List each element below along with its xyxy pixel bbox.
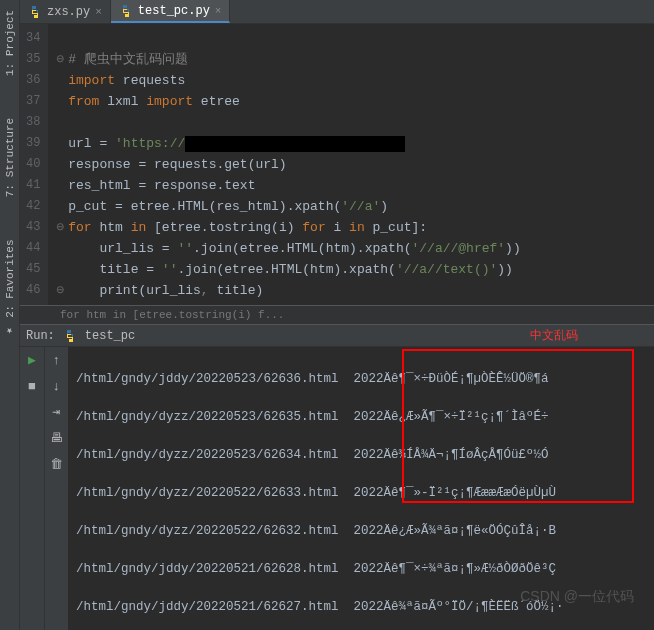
redacted-url [185,136,405,152]
code-area[interactable]: ⊖# 爬虫中文乱码问题 import requests from lxml im… [48,24,528,305]
breadcrumb: for htm in [etree.tostring(i) f... [20,305,654,325]
close-icon[interactable]: × [215,5,222,17]
watermark: CSDN @一位代码 [520,587,634,606]
scroll-down-icon[interactable]: ↓ [48,377,66,395]
annotation-text: 中文乱码 [530,327,578,344]
run-panel-header: Run: test_pc 中文乱码 [20,325,654,347]
python-file-icon [119,4,133,18]
console-output[interactable]: /html/gndy/jddy/20220523/62636.html 2022… [68,347,654,630]
run-label: Run: [26,329,55,343]
python-file-icon [28,5,42,19]
vbar-structure[interactable]: 7: Structure [2,112,18,203]
stop-button[interactable]: ■ [23,377,41,395]
soft-wrap-icon[interactable]: ⇥ [48,403,66,421]
run-button[interactable]: ▶ [23,351,41,369]
output-line: /html/gndy/dyzz/20220522/62633.html 2022… [76,484,646,503]
tab-zxs[interactable]: zxs.py × [20,0,111,23]
python-file-icon [63,329,77,343]
output-line: /html/gndy/dyzz/20220522/62632.html 2022… [76,522,646,541]
close-icon[interactable]: × [95,6,102,18]
output-line: /html/gndy/dyzz/20220523/62635.html 2022… [76,408,646,427]
vbar-project[interactable]: 1: Project [2,4,18,82]
left-tool-bar: 1: Project 7: Structure ★ 2: Favorites [0,0,20,630]
vbar-favorites[interactable]: ★ 2: Favorites [1,233,18,344]
output-line: /html/gndy/dyzz/20220523/62634.html 2022… [76,446,646,465]
main-area: zxs.py × test_pc.py × 34 35 36 37 38 39 … [20,0,654,630]
run-panel: ▶ ■ ↑ ↓ ⇥ 🖶 🗑 /html/gndy/jddy/20220523/6… [20,347,654,630]
tab-test-pc[interactable]: test_pc.py × [111,0,231,23]
line-gutter: 34 35 36 37 38 39 40 41 42 43 44 45 46 [20,24,48,305]
run-tools-left: ▶ ■ [20,347,44,630]
code-editor[interactable]: 34 35 36 37 38 39 40 41 42 43 44 45 46 ⊖… [20,24,654,305]
editor-tabs: zxs.py × test_pc.py × [20,0,654,24]
run-config-name[interactable]: test_pc [85,329,135,343]
tab-label: test_pc.py [138,4,210,18]
output-line: /html/gndy/jddy/20220523/62636.html 2022… [76,370,646,389]
run-tools-right: ↑ ↓ ⇥ 🖶 🗑 [44,347,68,630]
clear-icon[interactable]: 🗑 [48,455,66,473]
print-icon[interactable]: 🖶 [48,429,66,447]
output-line: /html/gndy/jddy/20220521/62628.html 2022… [76,560,646,579]
scroll-up-icon[interactable]: ↑ [48,351,66,369]
tab-label: zxs.py [47,5,90,19]
